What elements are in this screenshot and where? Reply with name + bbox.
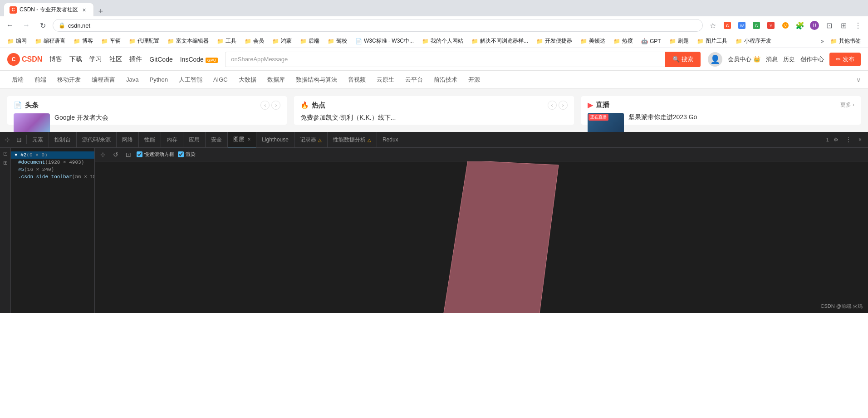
back-button[interactable]: ← — [4, 19, 16, 32]
screenshare-button[interactable]: ⊞ — [837, 19, 850, 32]
dom-item-sidebar[interactable]: .csdn-side-toolbar(56 × 156) — [11, 173, 94, 180]
layer-tool-rotate[interactable]: ⊡ — [124, 150, 133, 159]
nav-item-learn[interactable]: 学习 — [89, 55, 102, 63]
cat-python[interactable]: Python — [145, 73, 172, 87]
slow-scroll-checkbox[interactable] — [137, 151, 142, 157]
tab-redux[interactable]: Redux — [377, 132, 404, 148]
hotspot-article-title[interactable]: 免费参加凯文·凯利（K.K.）线下... — [300, 113, 567, 122]
cat-media[interactable]: 音视频 — [343, 72, 370, 87]
tab-layers-close[interactable]: × — [248, 137, 250, 142]
nav-item-download[interactable]: 下载 — [69, 55, 82, 63]
tab-layers[interactable]: 图层 × — [228, 132, 256, 148]
ext1-button[interactable]: W — [736, 19, 748, 32]
bookmark-vehicle[interactable]: 📁 车辆 — [98, 36, 124, 46]
tab-performance-insight[interactable]: 性能数据分析 △ — [328, 132, 377, 148]
cat-java[interactable]: Java — [122, 73, 143, 87]
tab-performance[interactable]: 性能 — [139, 132, 161, 148]
left-icon-2[interactable]: ⊞ — [2, 159, 9, 167]
headline-prev-button[interactable]: ‹ — [260, 101, 270, 110]
profile-button[interactable]: U — [808, 19, 821, 32]
tab-elements[interactable]: 元素 — [27, 132, 49, 148]
cast-button[interactable]: ⊡ — [823, 19, 835, 32]
devtools-close-button[interactable]: × — [856, 136, 864, 144]
tab-memory[interactable]: 内存 — [161, 132, 183, 148]
browser-tab-active[interactable]: C CSDN - 专业开发者社区 × — [4, 3, 94, 16]
csdn-create-link[interactable]: 创作中心 — [800, 55, 824, 63]
cat-mobile[interactable]: 移动开发 — [53, 72, 85, 87]
bookmark-w3c[interactable]: 📄 W3C标准 - W3C中... — [352, 36, 417, 46]
bookmarks-more-button[interactable]: » — [819, 37, 826, 45]
bookmark-tools[interactable]: 📁 工具 — [213, 36, 240, 46]
cat-frontier[interactable]: 前沿技术 — [429, 72, 462, 87]
bookmark-other[interactable]: 📁 其他书签 — [827, 36, 864, 46]
tab-close-button[interactable]: × — [81, 6, 88, 14]
new-tab-button[interactable]: + — [95, 7, 107, 16]
tab-application[interactable]: 应用 — [183, 132, 206, 148]
tab-lighthouse[interactable]: Lighthouse — [256, 132, 294, 148]
bookmark-personal-site[interactable]: 📁 我的个人网站 — [418, 36, 467, 46]
csdn-message-link[interactable]: 消息 — [766, 55, 778, 63]
bookmark-blog[interactable]: 📁 博客 — [70, 36, 97, 46]
tab-security[interactable]: 安全 — [206, 132, 228, 148]
extension-csdn-button[interactable]: C — [721, 19, 734, 32]
cat-cloud-native[interactable]: 云原生 — [372, 72, 399, 87]
render-checkbox[interactable] — [178, 151, 184, 157]
dom-item-document[interactable]: #document(1920 × 4903) — [11, 159, 94, 166]
tab-console[interactable]: 控制台 — [49, 132, 77, 148]
bookmark-member[interactable]: 📁 会员 — [241, 36, 268, 46]
forward-button[interactable]: → — [20, 19, 33, 32]
ext3-button[interactable]: Y — [765, 19, 777, 32]
tab-sources[interactable]: 源代码/来源 — [77, 132, 117, 148]
live-article-title[interactable]: 坚果派带你走进2023 Go — [628, 113, 854, 122]
cat-lang[interactable]: 编程语言 — [87, 72, 120, 87]
bookmark-miniapp[interactable]: 📁 小程序开发 — [732, 36, 775, 46]
bookmark-button[interactable]: ☆ — [706, 19, 719, 32]
bookmark-practice[interactable]: 📁 刷题 — [666, 36, 692, 46]
headline-next-button[interactable]: › — [271, 101, 280, 110]
bookmark-image-tool[interactable]: 📁 图片工具 — [693, 36, 731, 46]
bookmark-programming-language[interactable]: 📁 编程语言 — [31, 36, 69, 46]
cat-backend[interactable]: 后端 — [7, 72, 28, 87]
cat-bigdata[interactable]: 大数据 — [234, 72, 261, 87]
cat-cloud[interactable]: 云平台 — [401, 72, 427, 87]
reload-button[interactable]: ↻ — [36, 19, 49, 32]
layer-tool-select[interactable]: ⊹ — [98, 150, 108, 159]
dom-item-h5[interactable]: #5(16 × 240) — [11, 166, 94, 173]
left-icon-1[interactable]: ⊡ — [2, 150, 9, 158]
dom-item-root[interactable]: ▼ #2(0 × 0) — [11, 151, 94, 159]
devtools-device-button[interactable]: ⊡ — [14, 135, 25, 144]
csdn-user-avatar[interactable]: 👤 — [708, 52, 722, 67]
menu-button[interactable]: ⋮ — [852, 19, 864, 32]
bookmark-proxy[interactable]: 📁 代理配置 — [125, 36, 163, 46]
csdn-logo[interactable]: C CSDN — [7, 53, 42, 66]
bookmark-devtool[interactable]: 📁 开发便捷器 — [533, 36, 576, 46]
ext2-button[interactable]: G — [750, 19, 763, 32]
layer-tool-pan[interactable]: ↺ — [111, 150, 120, 159]
extensions-button[interactable]: 🧩 — [794, 19, 806, 32]
nav-item-plugin[interactable]: 插件 — [129, 55, 142, 63]
cat-aigc[interactable]: AIGC — [209, 73, 232, 87]
cat-frontend[interactable]: 前端 — [30, 72, 51, 87]
hotspot-next-button[interactable]: › — [559, 101, 568, 110]
devtools-more-button[interactable]: ⋮ — [843, 136, 854, 144]
headline-article-title[interactable]: Google 开发者大会 — [54, 113, 280, 122]
bookmark-backend[interactable]: 📁 后端 — [296, 36, 323, 46]
bookmark-browser-compat[interactable]: 📁 解决不同浏览器样... — [468, 36, 532, 46]
nav-item-blog[interactable]: 博客 — [49, 55, 62, 63]
csdn-search-input[interactable] — [225, 52, 665, 67]
bookmark-gpt[interactable]: 🤖 GPT — [638, 37, 665, 45]
bookmark-meidunda[interactable]: 📁 美顿达 — [577, 36, 609, 46]
nav-item-inscode[interactable]: InsCode GPU — [180, 56, 218, 63]
cat-db[interactable]: 数据库 — [263, 72, 289, 87]
csdn-publish-button[interactable]: ✏ 发布 — [829, 53, 861, 66]
bookmark-editor[interactable]: 📁 富文本编辑器 — [164, 36, 212, 46]
cat-more-button[interactable]: ∨ — [856, 76, 861, 83]
bookmark-driving[interactable]: 📁 驾校 — [324, 36, 351, 46]
hotspot-prev-button[interactable]: ‹ — [548, 101, 557, 110]
csdn-member-link[interactable]: 会员中心 👑 — [728, 55, 760, 63]
bookmark-bianzhan[interactable]: 📁 编网 — [4, 36, 30, 46]
cat-ai[interactable]: 人工智能 — [174, 72, 207, 87]
bookmark-hongmeng[interactable]: 📁 鸿蒙 — [269, 36, 295, 46]
ext4-button[interactable]: V — [779, 19, 792, 32]
tab-recorder[interactable]: 记录器 △ — [294, 132, 328, 148]
